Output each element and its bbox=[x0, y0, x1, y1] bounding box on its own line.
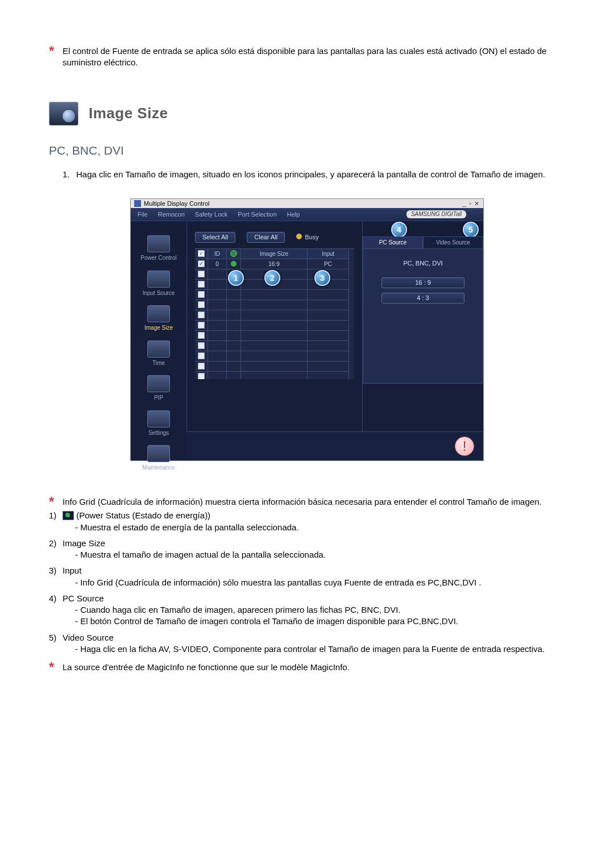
menu-remocon[interactable]: Remocon bbox=[158, 210, 185, 219]
input-icon bbox=[147, 271, 170, 288]
busy-indicator: Busy bbox=[296, 233, 318, 242]
sidebar-item-settings[interactable]: Settings bbox=[131, 410, 186, 437]
warning-icon: ! bbox=[455, 437, 474, 456]
sidebar-item-image-size[interactable]: Image Size bbox=[131, 305, 186, 332]
sidebar-item-maintenance[interactable]: Maintenance bbox=[131, 445, 186, 472]
busy-dot-icon bbox=[296, 234, 302, 239]
select-all-button[interactable]: Select All bbox=[195, 232, 235, 243]
row-checkbox[interactable] bbox=[198, 312, 205, 318]
sidebar: Power Control Input Source Image Size Ti… bbox=[131, 222, 187, 460]
window-title: Multiple Display Control bbox=[144, 200, 210, 208]
callout-2: 2 bbox=[264, 270, 280, 286]
row-image: 16:9 bbox=[241, 259, 308, 269]
top-note: El control de Fuente de entrada se aplic… bbox=[60, 45, 565, 69]
list-item: 5)Video Source - Haga clic en la ficha A… bbox=[49, 632, 565, 655]
row-input: PC bbox=[308, 259, 349, 269]
header-checkbox[interactable]: ✓ bbox=[195, 249, 208, 259]
pip-icon bbox=[147, 375, 170, 392]
power-icon bbox=[147, 235, 170, 252]
list-item: 3)Input - Info Grid (Cuadrícula de infor… bbox=[49, 565, 565, 588]
window-buttons[interactable]: _ ▫ ✕ bbox=[463, 200, 480, 208]
right-group-label: PC, BNC, DVI bbox=[369, 259, 477, 268]
header-status bbox=[227, 249, 241, 259]
status-on-icon bbox=[231, 261, 237, 267]
callout-4: 4 bbox=[391, 222, 407, 238]
row-checkbox[interactable] bbox=[198, 352, 205, 359]
subheading: PC, BNC, DVI bbox=[49, 143, 565, 159]
statusbar: ! bbox=[186, 431, 483, 460]
clear-all-button[interactable]: Clear All bbox=[247, 232, 285, 243]
titlebar: Multiple Display Control _ ▫ ✕ bbox=[131, 199, 483, 208]
step-text: Haga clic en Tamaño de imagen, situado e… bbox=[76, 169, 565, 180]
sidebar-item-input[interactable]: Input Source bbox=[131, 271, 186, 297]
row-checkbox[interactable] bbox=[198, 281, 205, 288]
app-icon bbox=[134, 200, 141, 207]
menubar: File Remocon Safety Lock Port Selection … bbox=[131, 208, 483, 221]
menu-help[interactable]: Help bbox=[287, 210, 300, 219]
maintenance-icon bbox=[147, 445, 170, 462]
header-id: ID bbox=[208, 249, 227, 259]
settings-icon bbox=[147, 410, 170, 427]
time-icon bbox=[147, 340, 170, 358]
row-status bbox=[227, 259, 241, 269]
row-checkbox[interactable] bbox=[198, 332, 205, 339]
brand-logo: SAMSUNG DIGITall bbox=[406, 210, 466, 218]
row-checkbox[interactable] bbox=[198, 322, 205, 329]
sidebar-item-time[interactable]: Time bbox=[131, 340, 186, 367]
callout-3: 3 bbox=[314, 270, 330, 286]
bottom-note: La source d'entrée de MagicInfo ne fonct… bbox=[60, 662, 565, 673]
menu-port[interactable]: Port Selection bbox=[238, 210, 276, 219]
row-checkbox[interactable] bbox=[198, 373, 205, 379]
ratio-4-3-button[interactable]: 4 : 3 bbox=[381, 293, 464, 304]
tab-video-source[interactable]: Video Source bbox=[423, 236, 483, 248]
callout-1: 1 bbox=[228, 270, 244, 286]
menu-file[interactable]: File bbox=[138, 210, 148, 219]
row-checkbox[interactable] bbox=[198, 363, 205, 369]
callout-5: 5 bbox=[463, 222, 479, 238]
star-icon: * bbox=[49, 496, 60, 508]
list-item: 1) (Power Status (Estado de energía)) - … bbox=[49, 510, 565, 533]
star-icon: * bbox=[49, 662, 60, 673]
sidebar-item-power[interactable]: Power Control bbox=[131, 235, 186, 262]
section-title: Image Size bbox=[89, 103, 168, 123]
step-number: 1. bbox=[63, 169, 76, 180]
image-size-icon bbox=[147, 305, 170, 322]
tab-pc-source[interactable]: PC Source bbox=[363, 236, 423, 248]
sidebar-item-pip[interactable]: PIP bbox=[131, 375, 186, 402]
table-row[interactable]: ✓ 0 16:9 PC bbox=[195, 259, 354, 269]
app-screenshot: Multiple Display Control _ ▫ ✕ File Remo… bbox=[130, 198, 484, 461]
row-checkbox[interactable] bbox=[198, 291, 205, 298]
ratio-16-9-button[interactable]: 16 : 9 bbox=[381, 277, 464, 288]
row-checkbox[interactable] bbox=[198, 342, 205, 349]
header-input: Input bbox=[308, 249, 349, 259]
info-note: Info Grid (Cuadrícula de información) mu… bbox=[60, 496, 565, 508]
list-item: 2)Image Size - Muestra el tamaño de imag… bbox=[49, 538, 565, 561]
star-icon: * bbox=[49, 45, 60, 69]
row-checkbox[interactable] bbox=[198, 271, 205, 277]
list-item: 4)PC Source - Cuando haga clic en Tamaño… bbox=[49, 593, 565, 628]
monitor-image-icon bbox=[49, 102, 78, 126]
status-on-inline-icon bbox=[63, 511, 74, 520]
row-id: 0 bbox=[208, 259, 227, 269]
header-image: Image Size bbox=[241, 249, 308, 259]
row-checkbox[interactable]: ✓ bbox=[198, 260, 205, 267]
info-grid: ✓ ID Image Size Input ✓ 0 16:9 PC bbox=[195, 248, 354, 379]
menu-safety-lock[interactable]: Safety Lock bbox=[195, 210, 227, 219]
row-checkbox[interactable] bbox=[198, 301, 205, 308]
